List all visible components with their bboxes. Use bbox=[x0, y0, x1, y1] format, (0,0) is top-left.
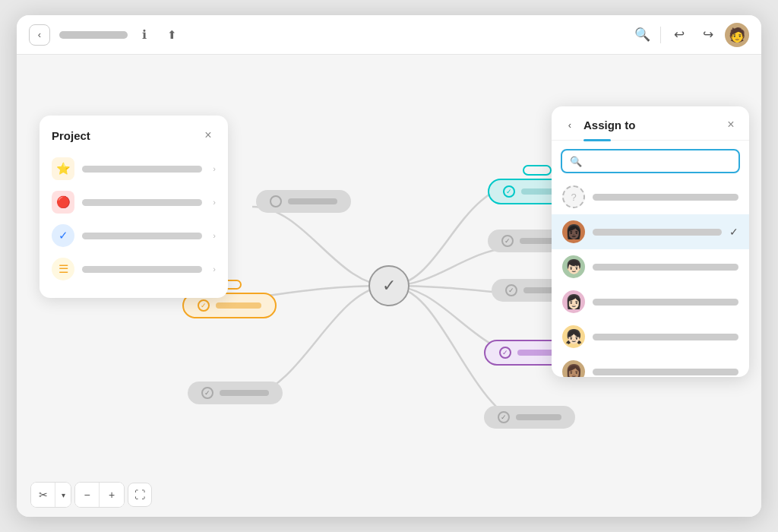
project-item-arrow-3: › bbox=[213, 231, 216, 240]
project-item-icon-3: ✓ bbox=[52, 224, 74, 247]
search-button[interactable]: 🔍 bbox=[630, 23, 654, 47]
assign-panel-title: Assign to bbox=[584, 119, 717, 131]
zoom-button-group: − + bbox=[74, 482, 125, 508]
cyan-indicator bbox=[523, 165, 552, 176]
project-panel-close-button[interactable]: × bbox=[201, 128, 216, 143]
zoom-in-button[interactable]: + bbox=[100, 483, 124, 507]
undo-icon: ↩ bbox=[674, 27, 685, 43]
toolbar-divider bbox=[660, 27, 661, 43]
project-item-3[interactable]: ✓ › bbox=[52, 219, 216, 252]
node-check-cyan: ✓ bbox=[503, 185, 515, 198]
toolbar: ‹ ℹ ⬆ 🔍 ↩ ↪ 🧑 bbox=[17, 15, 761, 55]
assign-item-1[interactable]: 👩🏿 ✓ bbox=[552, 214, 749, 249]
chevron-down-icon: ▾ bbox=[62, 491, 65, 499]
assign-avatar-5: 👩🏽 bbox=[562, 360, 585, 377]
fullscreen-icon: ⛶ bbox=[134, 489, 145, 501]
assign-avatar-2: 👦🏻 bbox=[562, 255, 585, 278]
assign-name-bar-3 bbox=[593, 299, 738, 306]
node-check: ✓ bbox=[505, 284, 517, 296]
redo-icon: ↪ bbox=[703, 27, 713, 43]
avatar[interactable]: 🧑 bbox=[725, 23, 749, 47]
assign-avatar-3: 👩🏻 bbox=[562, 290, 585, 313]
user-avatar-emoji-4: 👧🏻 bbox=[565, 328, 582, 345]
project-item-bar-3 bbox=[82, 233, 202, 239]
minus-icon: − bbox=[84, 489, 90, 501]
node-bar bbox=[216, 302, 261, 309]
assign-name-bar-4 bbox=[593, 334, 738, 340]
project-item-4[interactable]: ☰ › bbox=[52, 252, 216, 286]
node-check-orange: ✓ bbox=[198, 299, 210, 312]
upload-button[interactable]: ⬆ bbox=[161, 24, 182, 46]
user-avatar-emoji-5: 👩🏽 bbox=[565, 363, 582, 377]
project-item-1[interactable]: ⭐ › bbox=[52, 152, 216, 185]
node-check: ✓ bbox=[201, 387, 213, 399]
back-button[interactable]: ‹ bbox=[29, 24, 50, 46]
assign-item-5[interactable]: 👩🏽 bbox=[552, 354, 749, 377]
project-item-icon-2: 🔴 bbox=[52, 191, 74, 214]
assign-item-4[interactable]: 👧🏻 bbox=[552, 319, 749, 354]
info-icon: ℹ bbox=[142, 27, 147, 42]
back-icon: ‹ bbox=[38, 29, 41, 40]
toolbar-left: ‹ ℹ ⬆ bbox=[29, 24, 182, 46]
user-avatar-emoji-2: 👦🏻 bbox=[565, 258, 582, 275]
red-circle-icon: 🔴 bbox=[56, 195, 71, 209]
assign-panel: ‹ Assign to × 🔍 ? bbox=[552, 106, 749, 377]
upload-icon: ⬆ bbox=[167, 28, 177, 42]
scissors-icon: ✂ bbox=[39, 489, 48, 501]
back-chevron-icon: ‹ bbox=[568, 119, 571, 131]
star-icon: ⭐ bbox=[56, 162, 71, 176]
assign-name-bar-2 bbox=[593, 264, 738, 271]
project-item-icon-4: ☰ bbox=[52, 258, 74, 280]
center-check-icon: ✓ bbox=[382, 276, 396, 296]
assign-panel-close-button[interactable]: × bbox=[723, 117, 738, 132]
avatar-image: 🧑 bbox=[729, 27, 745, 43]
project-item-bar-1 bbox=[82, 166, 202, 173]
assign-name-bar-5 bbox=[593, 369, 738, 375]
node-check-purple: ✓ bbox=[499, 347, 511, 359]
project-item-2[interactable]: 🔴 › bbox=[52, 185, 216, 219]
project-item-arrow-1: › bbox=[213, 164, 216, 173]
check-circle-icon: ✓ bbox=[59, 229, 68, 242]
assign-search-bar: 🔍 bbox=[561, 149, 740, 173]
assign-item-unknown[interactable]: ? bbox=[552, 179, 749, 214]
user-avatar-emoji-3: 👩🏻 bbox=[565, 293, 582, 310]
info-button[interactable]: ℹ bbox=[134, 24, 155, 46]
assign-item-2[interactable]: 👦🏻 bbox=[552, 249, 749, 284]
scissors-button[interactable]: ✂ bbox=[31, 483, 55, 507]
assign-search-input[interactable] bbox=[587, 155, 731, 167]
toolbar-title-bar bbox=[59, 31, 128, 39]
project-item-arrow-2: › bbox=[213, 198, 216, 207]
assign-check-icon-1: ✓ bbox=[729, 226, 738, 238]
assign-name-bar-0 bbox=[593, 194, 738, 201]
zoom-out-button[interactable]: − bbox=[75, 483, 100, 507]
scissors-dropdown[interactable]: ▾ bbox=[55, 483, 71, 507]
node-dot bbox=[270, 195, 282, 207]
project-item-icon-1: ⭐ bbox=[52, 157, 74, 180]
assign-name-bar-1 bbox=[593, 229, 722, 236]
lines-icon: ☰ bbox=[59, 262, 68, 276]
project-item-arrow-4: › bbox=[213, 264, 216, 274]
undo-button[interactable]: ↩ bbox=[667, 23, 691, 47]
node-bottom-left[interactable]: ✓ bbox=[188, 382, 283, 404]
canvas: ✓ ✓ ✓ ✓ bbox=[17, 55, 761, 517]
node-bottom-right-2[interactable]: ✓ bbox=[484, 406, 575, 429]
node-top-left[interactable] bbox=[256, 190, 351, 213]
scissors-button-group: ✂ ▾ bbox=[30, 482, 71, 508]
user-avatar-emoji-1: 👩🏿 bbox=[565, 223, 582, 240]
toolbar-right: 🔍 ↩ ↪ 🧑 bbox=[630, 23, 749, 47]
assign-item-3[interactable]: 👩🏻 bbox=[552, 284, 749, 319]
center-node[interactable]: ✓ bbox=[368, 265, 410, 306]
node-check: ✓ bbox=[498, 411, 510, 423]
assign-panel-header: ‹ Assign to × bbox=[552, 106, 749, 141]
node-check: ✓ bbox=[501, 235, 514, 247]
assign-avatar-4: 👧🏻 bbox=[562, 325, 585, 348]
fullscreen-button[interactable]: ⛶ bbox=[128, 483, 152, 507]
node-bar bbox=[516, 414, 561, 420]
plus-icon: + bbox=[109, 489, 115, 501]
bottom-toolbar: ✂ ▾ − + ⛶ bbox=[30, 482, 152, 508]
project-panel-title: Project bbox=[52, 129, 90, 142]
assign-back-button[interactable]: ‹ bbox=[562, 117, 577, 132]
search-icon: 🔍 bbox=[634, 27, 650, 43]
redo-button[interactable]: ↪ bbox=[696, 23, 720, 47]
search-icon: 🔍 bbox=[570, 156, 582, 167]
